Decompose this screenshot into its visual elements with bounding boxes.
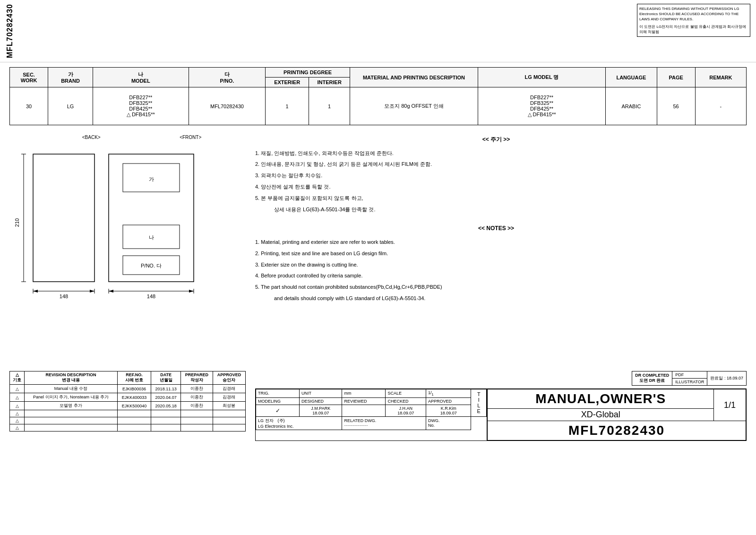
title-right-cell: MANUAL,OWNER'S 1/1 XD-Global — [487, 389, 747, 441]
xd-global: XD-Global — [492, 410, 709, 420]
trig-table: TRIG. UNIT mm SCALE 1/1 TILE MODELING DE… — [256, 389, 487, 430]
en-note-3: 3. Exterier size on the drawing is cutti… — [255, 260, 737, 270]
revision-table: △기호 REVISION DESCRIPTION변경 내용 REF.NO.사례 … — [9, 371, 246, 431]
en-note-4: 4. Before product controlled by criteria… — [255, 271, 737, 281]
dr-completed-area: DR COMPLETED도면 DR 완료 PDF 완료일 : 18.09.07 … — [255, 371, 747, 386]
illustrator-label: ILLUSTRATOR — [672, 379, 707, 386]
page-number: 1/1 — [718, 400, 742, 410]
title-main-table: TRIG. UNIT mm SCALE 1/1 TILE MODELING DE… — [255, 388, 747, 441]
spec-table-container: SEC. WORK 가BRAND 나MODEL 다P/NO. PRINTING … — [9, 67, 747, 125]
revision-row: △ — [10, 410, 246, 417]
th-model: 나MODEL — [93, 68, 189, 87]
dr-completed-table: DR COMPLETED도면 DR 완료 PDF 완료일 : 18.09.07 … — [632, 371, 747, 386]
en-note-1: 1. Material, printing and exterier size … — [255, 238, 737, 247]
revision-row: △모델명 추가EJKK5000402020.05.18이종찬최성봉 — [10, 402, 246, 410]
revision-row: △Manual 내용 수정EJKIB000362018.11.13이종찬김경래 — [10, 385, 246, 393]
th-remark: REMARK — [695, 68, 746, 87]
related-dwg: RELATED DWG. ···················· — [342, 416, 426, 430]
svg-marker-22 — [109, 290, 113, 293]
page-num-cell: 1/1 — [714, 389, 746, 421]
td-lg-model: DFB227**DFB325**DFB425**△ DFB415** — [478, 87, 606, 125]
doc-number-large: MFL70282430 — [492, 423, 741, 438]
disclaimer-en: RELEASING THIS DRAWING WITHOUT PERMISSIO… — [639, 7, 739, 21]
th-pno: 다P/NO. — [189, 68, 265, 87]
mm-value: mm — [342, 389, 386, 398]
xd-global-cell: XD-Global — [488, 409, 714, 421]
en-note-5: 5. The part should not contain prohibite… — [255, 283, 737, 292]
drawing-area: <BACK> <FRONT> 210 가 나 P/NO. 다 — [9, 130, 246, 366]
svg-text:148: 148 — [147, 293, 155, 299]
reviewer-cell — [342, 405, 386, 416]
svg-text:나: 나 — [149, 234, 154, 240]
modeling-label: MODELING — [256, 397, 300, 405]
front-label: <FRONT> — [180, 135, 201, 140]
th-printing-degree: PRINTING DEGREE — [266, 68, 350, 78]
revision-row: △Panel 이미지 추가, Nonsteam 내용 추가EJKK4000332… — [10, 393, 246, 402]
title-left-cell: TRIG. UNIT mm SCALE 1/1 TILE MODELING DE… — [256, 389, 487, 441]
manual-title: MANUAL,OWNER'S — [492, 391, 709, 406]
title-block-section: DR COMPLETED도면 DR 완료 PDF 완료일 : 18.09.07 … — [246, 371, 747, 441]
dr-completed-label: DR COMPLETED도면 DR 완료 — [632, 371, 672, 386]
rev-th-sym: △기호 — [10, 371, 25, 385]
checker-cell: J.H.AN 18.09.07 — [386, 405, 426, 416]
th-page: PAGE — [657, 68, 695, 87]
svg-rect-4 — [33, 154, 94, 282]
scale-label: SCALE — [386, 389, 426, 398]
td-pno: MFL70282430 — [189, 87, 265, 125]
th-brand: 가BRAND — [48, 68, 93, 87]
korean-note-1: 1. 재질, 인쇄방법, 인쇄도수, 외곽치수등은 작업표에 준한다. — [255, 149, 737, 158]
designer-cell: J.M.PARK 18.09.07 — [300, 405, 342, 416]
td-exterier: 1 — [266, 87, 309, 125]
tle-cell: TILE — [471, 389, 487, 417]
approved-label: APPROVED — [426, 397, 471, 405]
svg-text:148: 148 — [60, 293, 68, 299]
en-note-2: 2. Printing, text size and line are base… — [255, 249, 737, 259]
scale-val: 1/1 — [426, 389, 471, 398]
back-label: <BACK> — [82, 135, 101, 140]
revision-section: △기호 REVISION DESCRIPTION변경 내용 REF.NO.사례 … — [9, 371, 246, 441]
korean-notes-title: << 주기 >> — [255, 135, 737, 145]
drawing-back-front-labels: <BACK> <FRONT> — [43, 135, 241, 140]
th-exterier: EXTERIER — [266, 78, 309, 87]
rev-th-desc: REVISION DESCRIPTION변경 내용 — [25, 371, 117, 385]
korean-note-2: 2. 인쇄내용, 문자크기 및 형상, 선의 굵기 등은 설계에서 제시된 FI… — [255, 160, 737, 169]
korean-note-5: 5. 본 부품에 금지물질이 포함되지 않도록 하고, — [255, 194, 737, 203]
td-model: DFB227**DFB325**DFB425**△ DFB415** — [93, 87, 189, 125]
td-material: 모조지 80g OFFSET 인쇄 — [350, 87, 478, 125]
doc-num-cell: MFL70282430 — [488, 421, 746, 440]
dwg-no-cell: DWG. No. — [426, 416, 471, 430]
th-sec: SEC. WORK — [10, 68, 48, 87]
th-interier: INTERIER — [309, 78, 350, 87]
manual-title-cell: MANUAL,OWNER'S — [488, 389, 714, 409]
svg-text:210: 210 — [14, 218, 20, 227]
td-interier: 1 — [309, 87, 350, 125]
svg-marker-23 — [189, 290, 194, 293]
reviewed-label: REVIEWED — [342, 397, 386, 405]
td-brand: LG — [48, 87, 93, 125]
title-name-table: MANUAL,OWNER'S 1/1 XD-Global — [487, 389, 746, 440]
designed-label: DESIGNED — [300, 397, 342, 405]
trig-label: TRIG. — [256, 389, 300, 398]
disclaimer-kr: 이 도면은 LG전자의 자산으로 불법 유출시 관계법과 회사규정에 의해 처벌… — [639, 24, 748, 35]
revision-row: △ — [10, 417, 246, 424]
td-work: 30 — [10, 87, 48, 125]
td-page: 56 — [657, 87, 695, 125]
end-date: 완료일 : 18.09.07 — [707, 371, 747, 386]
korean-note-5b: 상세 내용은 LG(63)-A-5501-34를 만족할 것. — [255, 205, 737, 215]
approver-cell: K.R.Kim 18.09.07 — [426, 405, 471, 416]
rev-th-date: DATE년월일 — [151, 371, 181, 385]
main-content: <BACK> <FRONT> 210 가 나 P/NO. 다 — [9, 130, 747, 366]
unit-label: UNIT — [300, 389, 342, 398]
th-language: LANGUAGE — [606, 68, 657, 87]
svg-text:가: 가 — [149, 176, 154, 182]
svg-text:P/NO. 다: P/NO. 다 — [141, 263, 162, 268]
th-material: MATERIAL AND PRINTING DESCRIPTION — [350, 68, 478, 87]
korean-note-3: 3. 외곽치수는 절단후 치수임. — [255, 171, 737, 181]
checkmark-cell: ✓ — [256, 405, 300, 416]
doc-number-rotated: MFL70282430 — [6, 4, 14, 58]
lg-company-kr: LG 전자 (주) LG Electronics Inc. — [256, 416, 342, 430]
rev-th-approved: APPROVED승인자 — [213, 371, 245, 385]
td-language: ARABIC — [606, 87, 657, 125]
spec-table: SEC. WORK 가BRAND 나MODEL 다P/NO. PRINTING … — [9, 67, 747, 125]
th-lg-model: LG MODEL 명 — [478, 68, 606, 87]
